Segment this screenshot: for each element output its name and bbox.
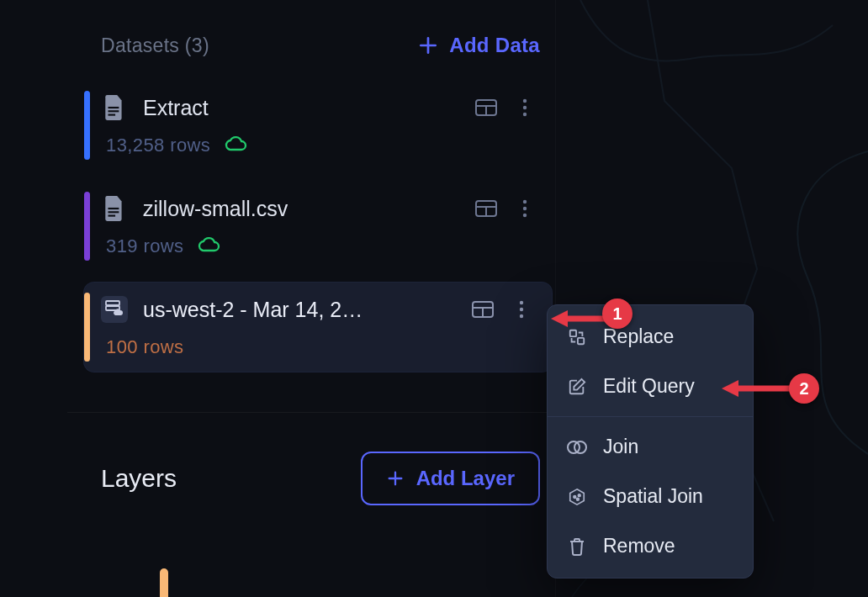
callout-arrow-2 (722, 378, 797, 399)
dataset-rowcount: 319 rows (106, 235, 183, 257)
svg-point-25 (578, 494, 580, 496)
add-layer-button[interactable]: Add Layer (361, 452, 540, 505)
menu-label: Join (603, 436, 638, 458)
svg-point-5 (523, 106, 527, 109)
svg-point-24 (574, 495, 576, 498)
datasets-header: Datasets (3) Add Data (67, 0, 555, 81)
add-data-label: Add Data (449, 34, 540, 57)
svg-point-4 (523, 99, 527, 103)
file-icon (101, 94, 128, 121)
layers-header: Layers Add Layer (67, 413, 555, 505)
plus-icon (386, 469, 405, 488)
join-icon (566, 436, 588, 458)
plus-icon (417, 34, 439, 56)
svg-rect-9 (108, 215, 116, 217)
menu-label: Replace (603, 325, 674, 348)
database-cloud-icon (101, 296, 128, 323)
svg-point-17 (520, 301, 523, 304)
svg-rect-21 (578, 337, 584, 343)
kebab-icon[interactable] (513, 197, 537, 220)
callout-arrow-1 (551, 308, 610, 330)
datasets-title: Datasets (3) (101, 34, 209, 57)
dataset-item-extract[interactable]: Extract 13,258 rows (84, 81, 555, 170)
svg-rect-8 (108, 211, 119, 213)
add-data-button[interactable]: Add Data (417, 34, 540, 57)
table-icon[interactable] (471, 298, 495, 321)
edit-icon (566, 376, 588, 398)
menu-label: Edit Query (603, 375, 695, 398)
dataset-accent (84, 293, 90, 362)
dataset-rowcount: 13,258 rows (106, 135, 210, 156)
table-icon[interactable] (474, 197, 498, 220)
svg-point-11 (523, 200, 527, 203)
menu-label: Spatial Join (603, 485, 703, 508)
svg-marker-28 (551, 310, 568, 327)
menu-join[interactable]: Join (548, 422, 753, 472)
cloud-icon (197, 235, 220, 257)
svg-point-6 (523, 113, 527, 116)
menu-separator (548, 416, 753, 417)
svg-rect-2 (108, 114, 116, 116)
svg-point-18 (520, 308, 523, 311)
dataset-item-zillow[interactable]: zillow-small.csv 319 rows (84, 182, 555, 271)
svg-rect-7 (108, 208, 119, 209)
menu-label: Remove (603, 535, 675, 557)
svg-rect-1 (108, 110, 119, 112)
svg-rect-0 (108, 107, 119, 108)
callout-number: 2 (799, 379, 808, 399)
layers-title: Layers (101, 464, 177, 493)
kebab-icon[interactable] (513, 96, 537, 119)
svg-point-13 (523, 214, 527, 217)
svg-marker-30 (722, 380, 738, 397)
cloud-icon (224, 135, 247, 156)
dataset-name: Extract (143, 96, 459, 120)
callout-badge-2: 2 (789, 373, 819, 404)
svg-rect-20 (570, 330, 576, 335)
dataset-rowcount: 100 rows (106, 336, 183, 358)
menu-spatial-join[interactable]: Spatial Join (548, 472, 753, 521)
callout-number: 1 (612, 304, 622, 324)
menu-remove[interactable]: Remove (548, 521, 753, 571)
kebab-icon[interactable] (510, 298, 533, 321)
svg-rect-14 (106, 301, 119, 305)
dataset-context-menu: Replace Edit Query Join Spatial Join Rem… (547, 304, 754, 579)
layer-accent (160, 568, 168, 597)
svg-point-12 (523, 207, 527, 210)
dataset-name: zillow-small.csv (143, 197, 459, 221)
table-icon[interactable] (474, 96, 498, 119)
dataset-item-uswest2[interactable]: us-west-2 - Mar 14, 2… 100 rows (84, 283, 552, 372)
svg-point-26 (577, 498, 580, 500)
callout-badge-1: 1 (602, 298, 632, 329)
file-icon (101, 195, 128, 222)
trash-icon (566, 536, 588, 557)
dataset-accent (84, 192, 90, 261)
left-panel: Datasets (3) Add Data Extract 13,258 row… (67, 0, 556, 597)
dataset-accent (84, 91, 90, 160)
add-layer-label: Add Layer (416, 467, 515, 490)
spatial-join-icon (566, 486, 588, 508)
dataset-name: us-west-2 - Mar 14, 2… (143, 298, 456, 322)
svg-point-19 (520, 314, 523, 318)
